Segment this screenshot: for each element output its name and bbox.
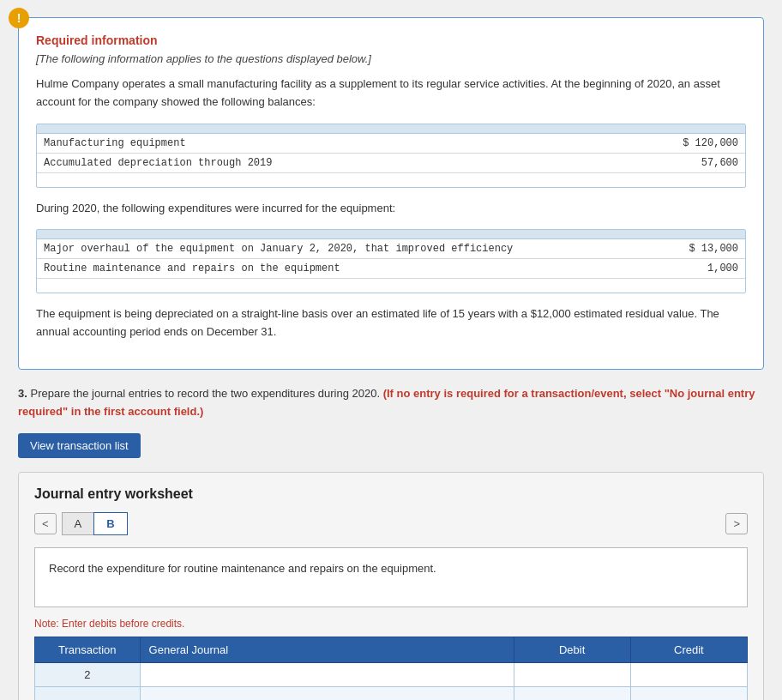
account-cell-1[interactable] — [140, 686, 514, 700]
exp-amount-0: $ 13,000 — [664, 239, 745, 259]
exp-label-0: Major overhaul of the equipment on Janua… — [37, 239, 664, 259]
expenditures-table-wrapper: Major overhaul of the equipment on Janua… — [36, 229, 746, 293]
tab-b-button[interactable]: B — [93, 512, 127, 535]
tab-a-button[interactable]: A — [62, 512, 94, 535]
subtitle: [The following information applies to th… — [36, 52, 746, 65]
journal-table: Transaction General Journal Debit Credit… — [34, 637, 748, 700]
exp-header-label — [37, 230, 664, 239]
credit-cell-0[interactable] — [630, 662, 747, 686]
view-transaction-list-button[interactable]: View transaction list — [18, 433, 141, 458]
required-info-title: Required information — [36, 33, 746, 47]
info-icon: ! — [9, 8, 29, 28]
balances-amount-0: $ 120,000 — [587, 133, 745, 153]
debit-cell-1[interactable] — [514, 686, 630, 700]
col-credit-header: Credit — [630, 637, 747, 662]
question-section: 3. Prepare the journal entries to record… — [18, 385, 764, 421]
expenditures-row: Routine maintenance and repairs on the e… — [37, 259, 745, 279]
main-container: ! Required information [The following in… — [18, 17, 764, 700]
worksheet-box: Journal entry worksheet < A B > Record t… — [18, 472, 764, 700]
credit-input-0[interactable] — [631, 663, 747, 686]
question-number: 3. — [18, 387, 27, 400]
description2: During 2020, the following expenditures … — [36, 200, 746, 218]
credit-cell-1[interactable] — [630, 686, 747, 700]
exp-label-1: Routine maintenance and repairs on the e… — [37, 259, 664, 279]
balances-label-0: Manufacturing equipment — [37, 133, 587, 153]
tab-nav: < A B > — [34, 512, 748, 535]
question-text: 3. Prepare the journal entries to record… — [18, 385, 764, 421]
credit-input-1[interactable] — [631, 687, 747, 700]
table-row: 2 — [35, 662, 748, 686]
account-cell-0[interactable] — [140, 662, 514, 686]
col-debit-header: Debit — [514, 637, 630, 662]
debit-cell-0[interactable] — [514, 662, 630, 686]
expenditures-row: Major overhaul of the equipment on Janua… — [37, 239, 745, 259]
tab-prev-button[interactable]: < — [34, 513, 57, 534]
balances-header-amount — [587, 124, 745, 134]
exp-header-amount — [664, 230, 745, 239]
debit-input-0[interactable] — [514, 663, 630, 686]
description3: The equipment is being depreciated on a … — [36, 305, 746, 341]
balances-row: Accumulated depreciation through 2019 57… — [37, 153, 745, 172]
balances-amount-1: 57,600 — [587, 153, 745, 172]
balances-label-1: Accumulated depreciation through 2019 — [37, 153, 587, 172]
transaction-cell-0: 2 — [35, 662, 141, 686]
worksheet-title: Journal entry worksheet — [34, 486, 748, 502]
expenditures-table: Major overhaul of the equipment on Janua… — [37, 230, 745, 279]
info-box: ! Required information [The following in… — [18, 17, 764, 370]
balances-table-wrapper: Manufacturing equipment $ 120,000 Accumu… — [36, 124, 746, 188]
account-input-1[interactable] — [141, 687, 514, 700]
balances-row: Manufacturing equipment $ 120,000 — [37, 133, 745, 153]
worksheet-description: Record the expenditure for routine maint… — [34, 547, 748, 607]
transaction-cell-1 — [35, 686, 141, 700]
exp-amount-1: 1,000 — [664, 259, 745, 279]
table-row — [35, 686, 748, 700]
description1: Hulme Company operates a small manufactu… — [36, 75, 746, 112]
balances-table: Manufacturing equipment $ 120,000 Accumu… — [37, 124, 745, 173]
account-input-0[interactable] — [141, 663, 514, 686]
col-journal-header: General Journal — [140, 637, 514, 662]
debit-input-1[interactable] — [514, 687, 630, 700]
tab-next-button[interactable]: > — [725, 513, 748, 534]
question-body: Prepare the journal entries to record th… — [30, 387, 382, 400]
balances-header-label — [37, 124, 587, 134]
worksheet-note: Note: Enter debits before credits. — [34, 618, 748, 630]
col-transaction-header: Transaction — [35, 637, 141, 662]
